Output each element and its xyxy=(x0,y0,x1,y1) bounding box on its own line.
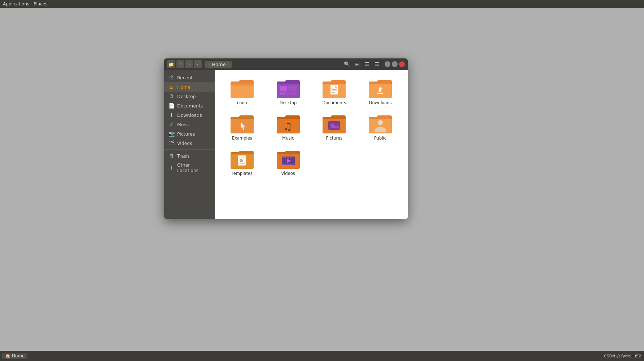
cuda-label: cuda xyxy=(237,100,247,105)
folder-videos[interactable]: Videos xyxy=(267,146,310,179)
file-manager-window: 📁 ‹ › ‹ ⌂ Home › 🔍 ⊞ ☰ ☰ ─ □ ✕ ⏱ xyxy=(164,58,408,219)
templates-label: Templates xyxy=(232,171,253,176)
breadcrumb-text: Home xyxy=(212,62,225,67)
other-locations-icon: + xyxy=(168,165,174,171)
svg-rect-4 xyxy=(330,85,338,94)
music-label: Music xyxy=(282,136,294,141)
file-content: cuda Desktop xyxy=(215,70,408,219)
desktop-label: Desktop xyxy=(280,100,297,105)
desktop-icon: 🖥 xyxy=(168,93,174,99)
taskbar-home-label: Home xyxy=(12,353,25,358)
back-button[interactable]: ‹ xyxy=(176,60,184,68)
menu-places[interactable]: Places xyxy=(34,1,47,6)
svg-rect-23 xyxy=(285,157,286,158)
music-folder-icon: ♫ xyxy=(276,114,301,134)
home-icon: ⌂ xyxy=(168,84,174,90)
svg-rect-25 xyxy=(290,157,292,158)
taskbar-home[interactable]: 🏠 Home xyxy=(2,353,27,359)
svg-rect-2 xyxy=(280,92,285,95)
sidebar-item-trash[interactable]: 🗑 Trash xyxy=(164,151,215,160)
templates-folder-icon: a xyxy=(230,149,254,170)
svg-point-15 xyxy=(378,120,383,125)
sidebar-item-home[interactable]: ⌂ Home xyxy=(164,82,215,92)
sidebar-divider xyxy=(164,149,215,150)
svg-text:a: a xyxy=(240,158,243,163)
window-controls: ─ □ ✕ xyxy=(385,61,405,67)
cuda-folder-icon xyxy=(230,79,254,99)
sidebar-item-pictures[interactable]: 📷 Pictures xyxy=(164,129,215,138)
taskbar: 🏠 Home CSDN @KyrieLiu52 xyxy=(0,351,644,361)
list-view-button[interactable]: ☰ xyxy=(363,60,371,68)
titlebar-nav: ‹ › ‹ xyxy=(176,60,202,68)
forward-button[interactable]: › xyxy=(185,60,193,68)
close-button[interactable]: ✕ xyxy=(399,61,405,67)
folder-templates[interactable]: a Templates xyxy=(220,146,264,179)
documents-folder-icon xyxy=(322,79,346,99)
svg-rect-24 xyxy=(288,157,289,158)
toggle-button[interactable]: ‹ xyxy=(194,60,202,68)
sidebar-item-videos[interactable]: 🎬 Videos xyxy=(164,138,215,148)
folder-music[interactable]: ♫ Music xyxy=(267,111,310,144)
grid-view-button[interactable]: ⊞ xyxy=(353,60,361,68)
folder-downloads[interactable]: Downloads xyxy=(359,76,402,108)
sidebar-item-downloads[interactable]: ⬇ Downloads xyxy=(164,110,215,120)
titlebar-actions: 🔍 ⊞ ☰ ☰ xyxy=(343,60,381,68)
music-icon: ♪ xyxy=(168,122,174,127)
sidebar-item-recent[interactable]: ⏱ Recent xyxy=(164,73,215,82)
main-area: ⏱ Recent ⌂ Home 🖥 Desktop 📄 Documents ⬇ … xyxy=(164,70,408,219)
public-label: Public xyxy=(374,136,386,141)
sidebar-label-videos: Videos xyxy=(177,141,192,146)
svg-rect-29 xyxy=(290,164,292,165)
search-button[interactable]: 🔍 xyxy=(343,60,351,68)
sidebar-label-documents: Documents xyxy=(177,103,203,109)
top-menubar: Applications Places xyxy=(0,0,644,8)
sidebar-item-documents[interactable]: 📄 Documents xyxy=(164,101,215,110)
watermark: CSDN @KyrieLiu52 xyxy=(604,354,641,358)
svg-rect-22 xyxy=(282,157,284,158)
folder-desktop[interactable]: Desktop xyxy=(267,76,310,108)
sidebar-item-other-locations[interactable]: + Other Locations xyxy=(164,160,215,175)
documents-label: Documents xyxy=(323,100,346,105)
pictures-folder-icon xyxy=(322,114,346,134)
documents-icon: 📄 xyxy=(168,103,174,109)
folder-pictures[interactable]: Pictures xyxy=(313,111,356,144)
file-grid: cuda Desktop xyxy=(220,76,402,179)
svg-rect-26 xyxy=(282,164,284,165)
menu-applications[interactable]: Applications xyxy=(3,1,29,6)
folder-examples[interactable]: Examples xyxy=(220,111,264,144)
maximize-button[interactable]: □ xyxy=(392,61,398,67)
svg-text:♫: ♫ xyxy=(283,120,292,132)
titlebar: 📁 ‹ › ‹ ⌂ Home › 🔍 ⊞ ☰ ☰ ─ □ ✕ xyxy=(164,58,408,70)
folder-documents[interactable]: Documents xyxy=(313,76,356,108)
sidebar-label-home: Home xyxy=(177,84,190,90)
sidebar-label-trash: Trash xyxy=(177,153,189,159)
pictures-label: Pictures xyxy=(326,136,343,141)
folder-public[interactable]: Public xyxy=(359,111,402,144)
public-folder-icon xyxy=(368,114,393,134)
sidebar-item-music[interactable]: ♪ Music xyxy=(164,120,215,129)
breadcrumb[interactable]: ⌂ Home › xyxy=(205,61,232,68)
svg-rect-0 xyxy=(280,86,287,91)
videos-icon: 🎬 xyxy=(168,140,174,146)
sidebar-label-other-locations: Other Locations xyxy=(177,162,210,173)
minimize-button[interactable]: ─ xyxy=(385,61,390,67)
file-manager-icon-btn[interactable]: 📁 xyxy=(167,60,175,68)
sidebar: ⏱ Recent ⌂ Home 🖥 Desktop 📄 Documents ⬇ … xyxy=(164,70,215,219)
desktop-folder-icon xyxy=(276,79,301,99)
downloads-icon: ⬇ xyxy=(168,112,174,118)
sidebar-label-music: Music xyxy=(177,122,190,127)
pictures-icon: 📷 xyxy=(168,131,174,137)
videos-folder-icon xyxy=(276,149,301,170)
svg-rect-27 xyxy=(285,164,286,165)
examples-folder-icon xyxy=(230,114,254,134)
recent-icon: ⏱ xyxy=(168,75,174,80)
sidebar-item-desktop[interactable]: 🖥 Desktop xyxy=(164,92,215,101)
menu-button[interactable]: ☰ xyxy=(373,60,381,68)
videos-label: Videos xyxy=(281,171,295,176)
taskbar-home-icon: 🏠 xyxy=(5,353,10,358)
svg-rect-9 xyxy=(377,93,383,94)
svg-rect-3 xyxy=(285,92,296,95)
svg-rect-28 xyxy=(288,164,289,165)
folder-cuda[interactable]: cuda xyxy=(220,76,264,108)
breadcrumb-arrow: › xyxy=(227,62,229,67)
